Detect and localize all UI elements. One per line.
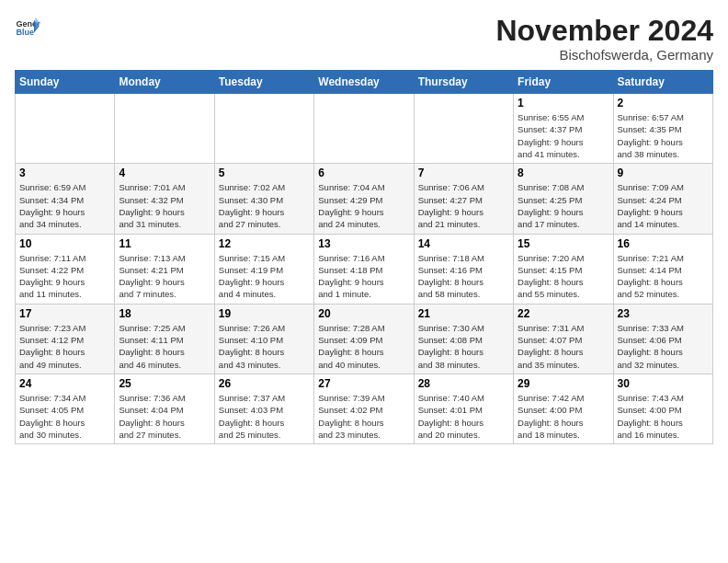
day-info: Sunrise: 7:08 AM Sunset: 4:25 PM Dayligh…	[518, 181, 609, 230]
col-wednesday: Wednesday	[314, 71, 414, 94]
day-info: Sunrise: 7:25 AM Sunset: 4:11 PM Dayligh…	[119, 322, 210, 371]
header: General Blue November 2024 Bischofswerda…	[15, 15, 713, 63]
day-info: Sunrise: 7:34 AM Sunset: 4:05 PM Dayligh…	[19, 392, 110, 441]
title-block: November 2024 Bischofswerda, Germany	[495, 15, 713, 63]
day-info: Sunrise: 7:06 AM Sunset: 4:27 PM Dayligh…	[418, 181, 509, 230]
table-row: 26Sunrise: 7:37 AM Sunset: 4:03 PM Dayli…	[214, 373, 313, 443]
table-row: 14Sunrise: 7:18 AM Sunset: 4:16 PM Dayli…	[414, 234, 513, 304]
calendar-week-2: 3Sunrise: 6:59 AM Sunset: 4:34 PM Daylig…	[16, 164, 713, 234]
table-row: 7Sunrise: 7:06 AM Sunset: 4:27 PM Daylig…	[414, 164, 513, 234]
table-row: 20Sunrise: 7:28 AM Sunset: 4:09 PM Dayli…	[314, 304, 414, 373]
day-info: Sunrise: 7:43 AM Sunset: 4:00 PM Dayligh…	[618, 392, 709, 441]
day-info: Sunrise: 7:42 AM Sunset: 4:00 PM Dayligh…	[518, 392, 609, 441]
table-row	[414, 94, 513, 164]
col-tuesday: Tuesday	[214, 71, 313, 94]
day-info: Sunrise: 6:59 AM Sunset: 4:34 PM Dayligh…	[19, 181, 110, 230]
day-number: 7	[418, 167, 509, 179]
table-row: 8Sunrise: 7:08 AM Sunset: 4:25 PM Daylig…	[514, 164, 613, 234]
table-row	[16, 94, 115, 164]
table-row: 29Sunrise: 7:42 AM Sunset: 4:00 PM Dayli…	[514, 373, 613, 443]
day-number: 24	[19, 377, 110, 390]
day-number: 19	[219, 307, 310, 320]
table-row: 3Sunrise: 6:59 AM Sunset: 4:34 PM Daylig…	[16, 164, 115, 234]
day-number: 29	[518, 377, 609, 390]
day-number: 8	[518, 167, 609, 179]
col-thursday: Thursday	[414, 71, 513, 94]
day-info: Sunrise: 7:20 AM Sunset: 4:15 PM Dayligh…	[518, 252, 609, 301]
day-info: Sunrise: 7:11 AM Sunset: 4:22 PM Dayligh…	[19, 252, 110, 301]
main-container: General Blue November 2024 Bischofswerda…	[0, 0, 728, 452]
table-row: 23Sunrise: 7:33 AM Sunset: 4:06 PM Dayli…	[613, 304, 712, 373]
day-number: 9	[618, 167, 709, 179]
location: Bischofswerda, Germany	[495, 47, 713, 63]
table-row: 4Sunrise: 7:01 AM Sunset: 4:32 PM Daylig…	[115, 164, 214, 234]
day-number: 15	[518, 237, 609, 250]
day-info: Sunrise: 6:55 AM Sunset: 4:37 PM Dayligh…	[518, 111, 609, 160]
day-info: Sunrise: 7:39 AM Sunset: 4:02 PM Dayligh…	[318, 392, 409, 441]
day-info: Sunrise: 7:26 AM Sunset: 4:10 PM Dayligh…	[219, 322, 310, 371]
table-row: 9Sunrise: 7:09 AM Sunset: 4:24 PM Daylig…	[613, 164, 712, 234]
col-monday: Monday	[115, 71, 214, 94]
svg-text:Blue: Blue	[16, 28, 34, 37]
day-number: 5	[219, 167, 310, 179]
day-info: Sunrise: 7:21 AM Sunset: 4:14 PM Dayligh…	[618, 252, 709, 301]
day-number: 1	[518, 97, 609, 109]
table-row: 12Sunrise: 7:15 AM Sunset: 4:19 PM Dayli…	[214, 234, 313, 304]
table-row: 18Sunrise: 7:25 AM Sunset: 4:11 PM Dayli…	[115, 304, 214, 373]
day-info: Sunrise: 7:16 AM Sunset: 4:18 PM Dayligh…	[318, 252, 409, 301]
table-row: 6Sunrise: 7:04 AM Sunset: 4:29 PM Daylig…	[314, 164, 414, 234]
table-row: 2Sunrise: 6:57 AM Sunset: 4:35 PM Daylig…	[613, 94, 712, 164]
logo-icon: General Blue	[15, 15, 40, 40]
day-number: 2	[618, 97, 709, 109]
day-number: 23	[618, 307, 709, 320]
table-row: 16Sunrise: 7:21 AM Sunset: 4:14 PM Dayli…	[613, 234, 712, 304]
day-number: 16	[618, 237, 709, 250]
day-number: 27	[318, 377, 409, 390]
day-info: Sunrise: 7:15 AM Sunset: 4:19 PM Dayligh…	[219, 252, 310, 301]
day-info: Sunrise: 6:57 AM Sunset: 4:35 PM Dayligh…	[618, 111, 709, 160]
logo: General Blue	[15, 15, 40, 40]
table-row: 21Sunrise: 7:30 AM Sunset: 4:08 PM Dayli…	[414, 304, 513, 373]
day-number: 3	[19, 167, 110, 179]
table-row: 19Sunrise: 7:26 AM Sunset: 4:10 PM Dayli…	[214, 304, 313, 373]
table-row: 22Sunrise: 7:31 AM Sunset: 4:07 PM Dayli…	[514, 304, 613, 373]
table-row: 1Sunrise: 6:55 AM Sunset: 4:37 PM Daylig…	[514, 94, 613, 164]
col-saturday: Saturday	[613, 71, 712, 94]
table-row: 25Sunrise: 7:36 AM Sunset: 4:04 PM Dayli…	[115, 373, 214, 443]
day-number: 17	[19, 307, 110, 320]
day-info: Sunrise: 7:09 AM Sunset: 4:24 PM Dayligh…	[618, 181, 709, 230]
table-row	[115, 94, 214, 164]
day-number: 10	[19, 237, 110, 250]
calendar-header-row: Sunday Monday Tuesday Wednesday Thursday…	[16, 71, 713, 94]
day-number: 26	[219, 377, 310, 390]
day-number: 4	[119, 167, 210, 179]
day-number: 25	[119, 377, 210, 390]
table-row: 30Sunrise: 7:43 AM Sunset: 4:00 PM Dayli…	[613, 373, 712, 443]
day-number: 18	[119, 307, 210, 320]
calendar-week-5: 24Sunrise: 7:34 AM Sunset: 4:05 PM Dayli…	[16, 373, 713, 443]
day-number: 11	[119, 237, 210, 250]
day-info: Sunrise: 7:33 AM Sunset: 4:06 PM Dayligh…	[618, 322, 709, 371]
calendar-week-3: 10Sunrise: 7:11 AM Sunset: 4:22 PM Dayli…	[16, 234, 713, 304]
month-title: November 2024	[495, 15, 713, 47]
day-info: Sunrise: 7:37 AM Sunset: 4:03 PM Dayligh…	[219, 392, 310, 441]
col-friday: Friday	[514, 71, 613, 94]
day-info: Sunrise: 7:04 AM Sunset: 4:29 PM Dayligh…	[318, 181, 409, 230]
day-number: 28	[418, 377, 509, 390]
table-row	[314, 94, 414, 164]
day-number: 14	[418, 237, 509, 250]
day-number: 12	[219, 237, 310, 250]
table-row: 17Sunrise: 7:23 AM Sunset: 4:12 PM Dayli…	[16, 304, 115, 373]
day-info: Sunrise: 7:36 AM Sunset: 4:04 PM Dayligh…	[119, 392, 210, 441]
table-row: 10Sunrise: 7:11 AM Sunset: 4:22 PM Dayli…	[16, 234, 115, 304]
table-row: 5Sunrise: 7:02 AM Sunset: 4:30 PM Daylig…	[214, 164, 313, 234]
day-number: 21	[418, 307, 509, 320]
day-info: Sunrise: 7:31 AM Sunset: 4:07 PM Dayligh…	[518, 322, 609, 371]
day-number: 20	[318, 307, 409, 320]
day-number: 22	[518, 307, 609, 320]
table-row: 27Sunrise: 7:39 AM Sunset: 4:02 PM Dayli…	[314, 373, 414, 443]
calendar-week-1: 1Sunrise: 6:55 AM Sunset: 4:37 PM Daylig…	[16, 94, 713, 164]
day-info: Sunrise: 7:02 AM Sunset: 4:30 PM Dayligh…	[219, 181, 310, 230]
day-info: Sunrise: 7:30 AM Sunset: 4:08 PM Dayligh…	[418, 322, 509, 371]
day-info: Sunrise: 7:40 AM Sunset: 4:01 PM Dayligh…	[418, 392, 509, 441]
